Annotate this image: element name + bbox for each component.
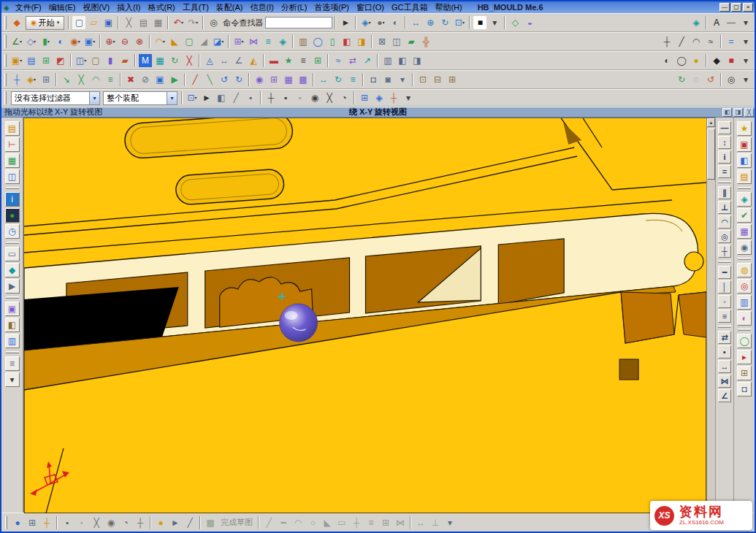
toolbar-options-6-icon[interactable]: ▾ (443, 516, 457, 529)
chevron-down-icon[interactable]: ▼ (89, 92, 99, 104)
menu-item-9[interactable]: 首选项(P) (310, 2, 353, 13)
grid-cells-icon[interactable]: ▦ (282, 73, 295, 86)
core-cavity-icon[interactable]: ◩ (54, 54, 67, 67)
menu-item-10[interactable]: 窗口(O) (353, 2, 388, 13)
menu-item-6[interactable]: 装配(A) (213, 2, 247, 13)
hd3d-tool-icon[interactable]: i (5, 192, 20, 207)
constraint-coincident-icon[interactable]: ┼ (718, 245, 731, 258)
red-cube-icon[interactable]: ▣ (737, 137, 752, 152)
hole-icon[interactable]: ◉▾ (69, 35, 82, 48)
part-family-icon[interactable]: ▤ (25, 54, 38, 67)
regenerate-icon[interactable]: ↺ (704, 73, 717, 86)
rotation-orb[interactable] (280, 304, 318, 342)
view-orientation-icon[interactable]: ◈▾ (359, 16, 373, 29)
roles-palette-icon[interactable]: ◧ (5, 318, 20, 332)
ungroup-objects-icon[interactable]: ⊟ (431, 73, 444, 86)
minimize-window-icon[interactable]: — (719, 3, 730, 12)
move-to-layer-icon[interactable]: ◨ (411, 54, 424, 67)
wave-link-icon[interactable]: ≈ (332, 54, 345, 67)
tube-icon[interactable]: ◯ (311, 35, 324, 48)
dock-resize-icon[interactable]: ↕ (718, 136, 731, 149)
suppress-feature-icon[interactable]: ⊘ (139, 73, 152, 86)
constraint-collinear-icon[interactable]: ≡ (718, 310, 731, 323)
wireframe-mode-icon[interactable]: ◯ (675, 54, 688, 67)
mold-wizard-icon[interactable]: ▣▾ (10, 54, 23, 67)
toolbar-options-1-icon[interactable]: ▾ (739, 16, 752, 29)
menu-item-4[interactable]: 格式(R) (144, 2, 178, 13)
constraint-symmetric-icon[interactable]: ⋈ (718, 375, 731, 388)
point-tool-icon[interactable]: ┼ (660, 35, 673, 48)
subtract-icon[interactable]: ⊖ (118, 35, 131, 48)
paste-icon[interactable]: ▦ (151, 16, 164, 29)
snap-intersection-icon[interactable]: ╳ (323, 91, 336, 104)
menu-item-8[interactable]: 分析(L) (278, 2, 310, 13)
command-finder-icon[interactable]: ◎ (207, 16, 220, 29)
revolve-icon[interactable]: ◐ (54, 35, 67, 48)
emboss-icon[interactable]: ◧ (340, 35, 354, 48)
fit-view-icon[interactable]: ⊡▾ (453, 16, 466, 29)
selection-scope-combo[interactable]: 整个装配 ▼ (103, 91, 177, 105)
pattern-feature-icon[interactable]: ⊞▾ (232, 35, 245, 48)
toolbar-grip[interactable] (4, 35, 7, 48)
stop-action-icon[interactable]: ■ (725, 54, 738, 67)
promote-body-icon[interactable]: ↗ (361, 54, 374, 67)
toolbar-options-5-icon[interactable]: ▾ (402, 91, 415, 104)
info-list-icon[interactable]: ≡ (297, 54, 310, 67)
combine-objects-icon[interactable]: ⊞ (446, 73, 459, 86)
toolbar-grip[interactable] (4, 73, 7, 86)
pattern-sketch-icon[interactable]: ⊞ (379, 516, 392, 529)
copy-icon[interactable]: ▤ (137, 16, 150, 29)
rotate-left-icon[interactable]: ↺ (218, 73, 231, 86)
layers-panel-icon[interactable]: ▦ (737, 224, 752, 239)
menu-item-3[interactable]: 插入(I) (113, 2, 144, 13)
select-edge-icon[interactable]: ╱ (229, 91, 243, 104)
cut-icon[interactable]: ╳ (122, 16, 135, 29)
start-button[interactable]: ◉ 开始 ▾ (26, 16, 64, 30)
move-object-icon[interactable]: ◇ (508, 16, 522, 29)
spreadsheet-icon[interactable]: ⊞ (311, 54, 324, 67)
constraint-parallel-icon[interactable]: ∥ (718, 186, 731, 199)
intersect-icon[interactable]: ⊗ (133, 35, 146, 48)
show-hide-icon[interactable]: ◒ (523, 16, 536, 29)
menu-item-2[interactable]: 视图(V) (79, 2, 113, 13)
profile-tool-icon[interactable]: ╱ (262, 516, 275, 529)
menu-item-0[interactable]: 文件(F) (12, 2, 45, 13)
menu-item-1[interactable]: 编辑(E) (45, 2, 80, 13)
layer-visible-icon[interactable]: ◧ (396, 54, 409, 67)
sp-quadrant-icon[interactable]: ◔ (119, 516, 132, 529)
plane-grid-icon[interactable]: ⊞ (39, 73, 53, 86)
sew-icon[interactable]: ⊠ (375, 35, 389, 48)
reuse-library-icon[interactable]: ◫ (5, 169, 20, 184)
circle-sketch-icon[interactable]: ○ (306, 516, 319, 529)
dock-minimize-icon[interactable]: — (718, 121, 731, 134)
offset-surface-icon[interactable]: ≡ (261, 35, 275, 48)
spline-tool-icon[interactable]: ≈ (704, 35, 717, 48)
snap-midpoint-icon[interactable]: ◦ (294, 91, 307, 104)
x-form-icon[interactable]: ╬ (419, 35, 432, 48)
cursor-select-icon[interactable]: ► (169, 516, 182, 529)
electrode-icon[interactable]: ▰ (118, 54, 131, 67)
snap-enable-icon[interactable]: ⊡▾ (186, 91, 199, 104)
color-dropdown-icon[interactable]: ▾ (488, 16, 501, 29)
annotation-text-icon[interactable]: A (710, 16, 723, 29)
block-icon[interactable]: ▣▾ (83, 35, 96, 48)
constraint-perpendicular-icon[interactable]: ⊥ (718, 201, 731, 214)
menu-item-11[interactable]: GC工具箱 (388, 2, 432, 13)
y-axis-icon[interactable]: ╲ (203, 73, 216, 86)
insert-block-icon[interactable]: ▮ (104, 54, 117, 67)
selection-filter-combo[interactable]: 没有选择过滤器 ▼ (11, 91, 100, 105)
minimize-ribbon-icon[interactable]: — (725, 16, 738, 29)
toolbar-grip[interactable] (4, 54, 7, 67)
snap-center-icon[interactable]: ◉ (308, 91, 321, 104)
edit-move-icon[interactable]: ↔ (317, 73, 330, 86)
graphics-viewport[interactable]: ▲ ▼ (23, 118, 715, 513)
point-sketch-icon[interactable]: ┼ (350, 516, 363, 529)
favorites-icon[interactable]: ★ (737, 121, 752, 136)
paint-style-icon[interactable]: ◐ (737, 311, 752, 326)
sketch-icon[interactable]: ∠▾ (10, 35, 23, 48)
chart-panel-icon[interactable]: ▥ (737, 295, 752, 310)
rib-icon[interactable]: ▯ (326, 35, 339, 48)
shaded-view-icon[interactable]: ◐ (389, 16, 402, 29)
grid-snap-icon[interactable]: ┼ (40, 516, 53, 529)
group-objects-icon[interactable]: ⊡ (416, 73, 429, 86)
